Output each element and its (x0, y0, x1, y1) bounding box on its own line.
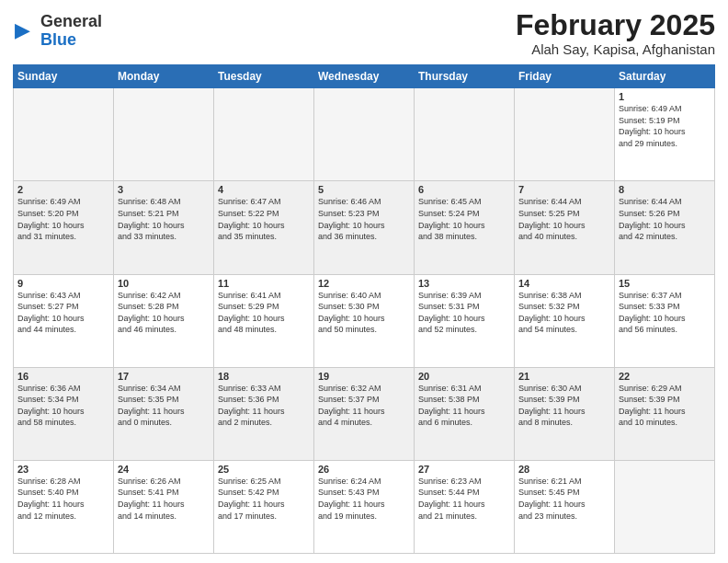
day-number: 24 (118, 464, 210, 475)
day-number: 19 (318, 371, 410, 382)
day-info: Sunrise: 6:45 AM Sunset: 5:24 PM Dayligh… (418, 196, 510, 242)
day-info: Sunrise: 6:46 AM Sunset: 5:23 PM Dayligh… (318, 196, 410, 242)
day-number: 1 (619, 91, 711, 102)
calendar-week-row: 2Sunrise: 6:49 AM Sunset: 5:20 PM Daylig… (14, 181, 715, 274)
table-row: 2Sunrise: 6:49 AM Sunset: 5:20 PM Daylig… (14, 181, 114, 274)
day-info: Sunrise: 6:30 AM Sunset: 5:39 PM Dayligh… (518, 383, 610, 429)
day-number: 5 (318, 184, 410, 195)
day-info: Sunrise: 6:24 AM Sunset: 5:43 PM Dayligh… (318, 476, 410, 522)
table-row: 15Sunrise: 6:37 AM Sunset: 5:33 PM Dayli… (615, 274, 715, 367)
day-info: Sunrise: 6:29 AM Sunset: 5:39 PM Dayligh… (619, 383, 711, 429)
calendar-subtitle: Alah Say, Kapisa, Afghanistan (516, 41, 715, 57)
title-block: February 2025 Alah Say, Kapisa, Afghanis… (516, 9, 715, 57)
table-row: 18Sunrise: 6:33 AM Sunset: 5:36 PM Dayli… (214, 367, 314, 460)
day-number: 16 (17, 371, 109, 382)
calendar-title: February 2025 (516, 9, 715, 41)
day-info: Sunrise: 6:38 AM Sunset: 5:32 PM Dayligh… (518, 290, 610, 336)
day-number: 21 (518, 371, 610, 382)
day-info: Sunrise: 6:49 AM Sunset: 5:20 PM Dayligh… (17, 196, 109, 242)
day-number: 12 (318, 278, 410, 289)
day-number: 11 (218, 278, 310, 289)
table-row (114, 88, 214, 181)
table-row: 1Sunrise: 6:49 AM Sunset: 5:19 PM Daylig… (615, 88, 715, 181)
day-info: Sunrise: 6:49 AM Sunset: 5:19 PM Dayligh… (619, 103, 711, 149)
day-number: 10 (118, 278, 210, 289)
header-wednesday: Wednesday (314, 65, 415, 88)
header-saturday: Saturday (615, 65, 715, 88)
day-info: Sunrise: 6:28 AM Sunset: 5:40 PM Dayligh… (17, 476, 109, 522)
logo-icon: ▶ (13, 18, 39, 44)
day-info: Sunrise: 6:33 AM Sunset: 5:36 PM Dayligh… (218, 383, 310, 429)
day-number: 22 (619, 371, 711, 382)
day-info: Sunrise: 6:34 AM Sunset: 5:35 PM Dayligh… (118, 383, 210, 429)
day-number: 15 (619, 278, 711, 289)
svg-text:▶: ▶ (15, 18, 30, 41)
day-number: 17 (118, 371, 210, 382)
table-row: 4Sunrise: 6:47 AM Sunset: 5:22 PM Daylig… (214, 181, 314, 274)
day-number: 13 (418, 278, 510, 289)
table-row (14, 88, 114, 181)
table-row (214, 88, 314, 181)
day-info: Sunrise: 6:41 AM Sunset: 5:29 PM Dayligh… (218, 290, 310, 336)
logo: ▶ General Blue (13, 13, 102, 50)
day-info: Sunrise: 6:26 AM Sunset: 5:41 PM Dayligh… (118, 476, 210, 522)
table-row: 7Sunrise: 6:44 AM Sunset: 5:25 PM Daylig… (515, 181, 615, 274)
day-info: Sunrise: 6:39 AM Sunset: 5:31 PM Dayligh… (418, 290, 510, 336)
day-number: 3 (118, 184, 210, 195)
day-info: Sunrise: 6:23 AM Sunset: 5:44 PM Dayligh… (418, 476, 510, 522)
calendar-week-row: 23Sunrise: 6:28 AM Sunset: 5:40 PM Dayli… (14, 460, 715, 553)
day-number: 6 (418, 184, 510, 195)
header: ▶ General Blue February 2025 Alah Say, K… (13, 9, 715, 57)
table-row: 20Sunrise: 6:31 AM Sunset: 5:38 PM Dayli… (415, 367, 515, 460)
table-row: 19Sunrise: 6:32 AM Sunset: 5:37 PM Dayli… (314, 367, 415, 460)
logo-blue: Blue (40, 30, 76, 49)
day-number: 14 (518, 278, 610, 289)
table-row: 28Sunrise: 6:21 AM Sunset: 5:45 PM Dayli… (515, 460, 615, 553)
day-number: 4 (218, 184, 310, 195)
table-row: 24Sunrise: 6:26 AM Sunset: 5:41 PM Dayli… (114, 460, 214, 553)
day-info: Sunrise: 6:42 AM Sunset: 5:28 PM Dayligh… (118, 290, 210, 336)
header-thursday: Thursday (415, 65, 515, 88)
day-info: Sunrise: 6:25 AM Sunset: 5:42 PM Dayligh… (218, 476, 310, 522)
table-row: 25Sunrise: 6:25 AM Sunset: 5:42 PM Dayli… (214, 460, 314, 553)
table-row: 13Sunrise: 6:39 AM Sunset: 5:31 PM Dayli… (415, 274, 515, 367)
day-number: 25 (218, 464, 310, 475)
table-row: 12Sunrise: 6:40 AM Sunset: 5:30 PM Dayli… (314, 274, 415, 367)
table-row: 3Sunrise: 6:48 AM Sunset: 5:21 PM Daylig… (114, 181, 214, 274)
table-row: 16Sunrise: 6:36 AM Sunset: 5:34 PM Dayli… (14, 367, 114, 460)
day-number: 28 (518, 464, 610, 475)
table-row: 23Sunrise: 6:28 AM Sunset: 5:40 PM Dayli… (14, 460, 114, 553)
table-row: 6Sunrise: 6:45 AM Sunset: 5:24 PM Daylig… (415, 181, 515, 274)
day-number: 26 (318, 464, 410, 475)
table-row: 21Sunrise: 6:30 AM Sunset: 5:39 PM Dayli… (515, 367, 615, 460)
day-info: Sunrise: 6:44 AM Sunset: 5:26 PM Dayligh… (619, 196, 711, 242)
day-info: Sunrise: 6:32 AM Sunset: 5:37 PM Dayligh… (318, 383, 410, 429)
table-row: 10Sunrise: 6:42 AM Sunset: 5:28 PM Dayli… (114, 274, 214, 367)
table-row: 5Sunrise: 6:46 AM Sunset: 5:23 PM Daylig… (314, 181, 415, 274)
day-number: 7 (518, 184, 610, 195)
day-number: 20 (418, 371, 510, 382)
day-info: Sunrise: 6:44 AM Sunset: 5:25 PM Dayligh… (518, 196, 610, 242)
day-info: Sunrise: 6:43 AM Sunset: 5:27 PM Dayligh… (17, 290, 109, 336)
calendar-week-row: 9Sunrise: 6:43 AM Sunset: 5:27 PM Daylig… (14, 274, 715, 367)
table-row: 22Sunrise: 6:29 AM Sunset: 5:39 PM Dayli… (615, 367, 715, 460)
logo-text: General Blue (40, 13, 102, 50)
calendar-week-row: 1Sunrise: 6:49 AM Sunset: 5:19 PM Daylig… (14, 88, 715, 181)
table-row: 9Sunrise: 6:43 AM Sunset: 5:27 PM Daylig… (14, 274, 114, 367)
calendar-table: Sunday Monday Tuesday Wednesday Thursday… (13, 64, 715, 554)
table-row: 11Sunrise: 6:41 AM Sunset: 5:29 PM Dayli… (214, 274, 314, 367)
day-info: Sunrise: 6:48 AM Sunset: 5:21 PM Dayligh… (118, 196, 210, 242)
header-monday: Monday (114, 65, 214, 88)
day-number: 2 (17, 184, 109, 195)
table-row: 14Sunrise: 6:38 AM Sunset: 5:32 PM Dayli… (515, 274, 615, 367)
table-row (615, 460, 715, 553)
table-row: 17Sunrise: 6:34 AM Sunset: 5:35 PM Dayli… (114, 367, 214, 460)
header-friday: Friday (515, 65, 615, 88)
weekday-header-row: Sunday Monday Tuesday Wednesday Thursday… (14, 65, 715, 88)
day-info: Sunrise: 6:36 AM Sunset: 5:34 PM Dayligh… (17, 383, 109, 429)
header-tuesday: Tuesday (214, 65, 314, 88)
calendar-week-row: 16Sunrise: 6:36 AM Sunset: 5:34 PM Dayli… (14, 367, 715, 460)
table-row: 8Sunrise: 6:44 AM Sunset: 5:26 PM Daylig… (615, 181, 715, 274)
day-info: Sunrise: 6:40 AM Sunset: 5:30 PM Dayligh… (318, 290, 410, 336)
day-number: 18 (218, 371, 310, 382)
